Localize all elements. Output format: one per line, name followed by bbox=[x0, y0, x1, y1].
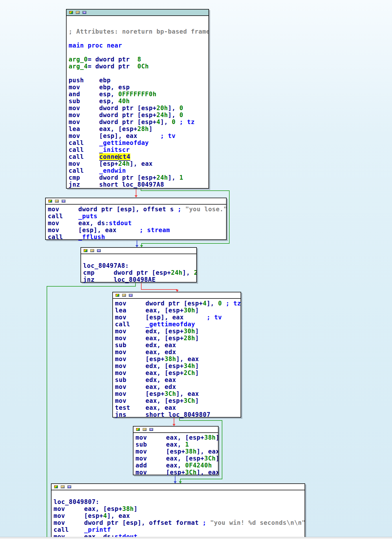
code-line[interactable]: and esp, 0FFFFFFF0h bbox=[69, 91, 208, 98]
asm-text: call bbox=[115, 321, 146, 328]
node-titlebar[interactable] bbox=[46, 198, 226, 205]
code-line[interactable]: loc_8049807: bbox=[54, 498, 305, 505]
code-line[interactable]: jnz loc_80498AE bbox=[83, 276, 196, 283]
code-line[interactable]: mov eax, edx bbox=[115, 383, 241, 390]
asm-text: mov dword ptr [esp+ bbox=[115, 300, 203, 307]
code-line[interactable]: mov ebp, esp bbox=[69, 84, 208, 91]
node-color-icon[interactable] bbox=[69, 11, 73, 14]
code-line[interactable]: mov dword ptr [esp], offset format ; "yo… bbox=[54, 519, 305, 526]
node-color-icon[interactable] bbox=[84, 249, 87, 252]
code-line[interactable]: call _initscr bbox=[69, 146, 208, 153]
code-line[interactable] bbox=[54, 491, 305, 498]
image-icon[interactable] bbox=[76, 11, 80, 14]
code-line[interactable]: call connect4 bbox=[69, 153, 208, 160]
comment: ; stream bbox=[140, 227, 170, 234]
number-literal: 40h bbox=[118, 98, 130, 105]
image-icon[interactable] bbox=[90, 249, 94, 252]
code-line[interactable]: arg_4= dword ptr 0Ch bbox=[69, 63, 208, 70]
block-borrow[interactable]: mov eax, [esp+38h]sub eax, 1mov [esp+38h… bbox=[133, 426, 219, 475]
code-line[interactable]: test eax, eax bbox=[115, 404, 241, 411]
code-line[interactable]: call _gettimeofday bbox=[115, 321, 241, 328]
code-line[interactable]: mov eax, ds:stdout bbox=[48, 220, 226, 227]
code-line[interactable]: mov dword ptr [esp+24h], 0 bbox=[69, 112, 208, 119]
code-line[interactable]: mov eax, [esp+3Ch] bbox=[135, 455, 218, 462]
node-color-icon[interactable] bbox=[48, 200, 52, 203]
node-titlebar[interactable] bbox=[113, 292, 241, 299]
block-timediff[interactable]: mov dword ptr [esp+4], 0 ; tzlea eax, [e… bbox=[112, 292, 241, 418]
text-view-icon[interactable] bbox=[62, 200, 65, 203]
code-line[interactable]: ; Attributes: noreturn bp-based frame bbox=[69, 28, 208, 35]
code-line[interactable] bbox=[69, 35, 208, 42]
code-line[interactable]: mov [esp+38h], eax bbox=[135, 448, 218, 455]
code-line[interactable] bbox=[69, 49, 208, 56]
code-line[interactable]: main proc near bbox=[69, 42, 208, 49]
node-titlebar[interactable] bbox=[67, 10, 208, 16]
code-line[interactable]: mov [esp+38h], eax bbox=[115, 356, 241, 363]
code-line[interactable]: sub edx, eax bbox=[115, 342, 241, 349]
code-line[interactable]: call _endwin bbox=[69, 167, 208, 174]
code-line[interactable]: mov [esp], eax ; stream bbox=[48, 227, 226, 234]
code-line[interactable]: mov [esp], eax ; tv bbox=[115, 314, 241, 321]
code-line[interactable]: mov dword ptr [esp+4], 0 ; tz bbox=[115, 300, 241, 307]
code-line[interactable]: mov dword ptr [esp], offset s ; "you los… bbox=[48, 206, 226, 213]
code-line[interactable]: jns short loc_8049807 bbox=[115, 411, 241, 418]
code-line[interactable]: mov eax, edx bbox=[115, 349, 241, 356]
block-main[interactable]: ; Attributes: noreturn bp-based framemai… bbox=[66, 9, 209, 189]
code-line[interactable]: arg_0= dword ptr 8 bbox=[69, 56, 208, 63]
code-line[interactable]: jnz short loc_80497A8 bbox=[69, 181, 208, 188]
code-line[interactable]: call _printf bbox=[54, 526, 305, 533]
code-line[interactable]: mov [esp+24h], eax bbox=[69, 160, 208, 167]
node-color-icon[interactable] bbox=[54, 485, 58, 488]
code-line[interactable]: call _fflush bbox=[48, 234, 226, 241]
node-color-icon[interactable] bbox=[136, 428, 140, 431]
code-line[interactable]: mov eax, [esp+2Ch] bbox=[115, 369, 241, 376]
code-line[interactable]: mov edx, [esp+34h] bbox=[115, 363, 241, 369]
code-line[interactable]: sub esp, 40h bbox=[69, 98, 208, 105]
code-line[interactable]: mov dword ptr [esp+4], 0 ; tz bbox=[69, 119, 208, 125]
number-literal: arg_4 bbox=[69, 63, 88, 70]
code-line[interactable]: mov [esp+3Ch], eax bbox=[115, 390, 241, 397]
block-you-win[interactable]: loc_8049807:mov eax, [esp+38h]mov [esp+4… bbox=[51, 483, 305, 539]
text-view-icon[interactable] bbox=[149, 428, 153, 431]
block-loc-80497A8[interactable]: loc_80497A8:cmp dword ptr [esp+24h], 2jn… bbox=[80, 247, 197, 283]
text-view-icon[interactable] bbox=[83, 11, 86, 14]
code-line[interactable]: sub edx, eax bbox=[115, 376, 241, 383]
code-line[interactable]: add eax, 0F4240h bbox=[135, 462, 218, 469]
code-line[interactable]: call _puts bbox=[48, 213, 226, 220]
code-line[interactable]: mov [esp+4], eax bbox=[54, 512, 305, 519]
node-titlebar[interactable] bbox=[81, 248, 196, 254]
image-icon[interactable] bbox=[55, 200, 59, 203]
comment: ; bbox=[178, 206, 185, 213]
node-titlebar[interactable] bbox=[52, 484, 305, 490]
code-line[interactable]: mov eax, [esp+28h] bbox=[115, 335, 241, 342]
code-line[interactable]: sub eax, 1 bbox=[135, 441, 218, 448]
code-line[interactable]: mov eax, [esp+3Ch] bbox=[115, 397, 241, 404]
code-line[interactable]: loc_80497A8: bbox=[83, 262, 196, 269]
number-literal: 28h bbox=[184, 335, 195, 342]
code-line[interactable]: mov [esp+3Ch], eax bbox=[135, 469, 218, 476]
node-titlebar[interactable] bbox=[133, 427, 218, 433]
code-line[interactable]: mov dword ptr [esp+20h], 0 bbox=[69, 105, 208, 112]
image-icon[interactable] bbox=[61, 485, 65, 488]
code-line[interactable]: cmp dword ptr [esp+24h], 2 bbox=[83, 269, 196, 276]
code-line[interactable]: mov eax, [esp+38h] bbox=[135, 434, 218, 441]
code-line[interactable]: mov [esp], eax ; tv bbox=[69, 132, 208, 139]
code-line[interactable]: cmp dword ptr [esp+24h], 1 bbox=[69, 174, 208, 181]
code-line[interactable] bbox=[83, 255, 196, 262]
code-line[interactable]: mov eax, [esp+38h] bbox=[54, 505, 305, 512]
text-view-icon[interactable] bbox=[67, 485, 71, 488]
image-icon[interactable] bbox=[122, 294, 126, 297]
text-view-icon[interactable] bbox=[97, 249, 101, 252]
node-color-icon[interactable] bbox=[116, 294, 119, 297]
code-line[interactable]: lea eax, [esp+30h] bbox=[115, 307, 241, 314]
code-line[interactable]: mov edx, [esp+30h] bbox=[115, 328, 241, 335]
code-line[interactable]: push ebp bbox=[69, 77, 208, 84]
code-line[interactable]: lea eax, [esp+28h] bbox=[69, 125, 208, 132]
text-view-icon[interactable] bbox=[129, 294, 133, 297]
block-you-lose[interactable]: mov dword ptr [esp], offset s ; "you los… bbox=[45, 198, 227, 240]
code-line[interactable] bbox=[69, 21, 208, 28]
image-icon[interactable] bbox=[143, 428, 146, 431]
code-line[interactable] bbox=[69, 70, 208, 77]
code-line[interactable]: call _gettimeofday bbox=[69, 139, 208, 146]
number-literal: 0 bbox=[179, 105, 183, 112]
